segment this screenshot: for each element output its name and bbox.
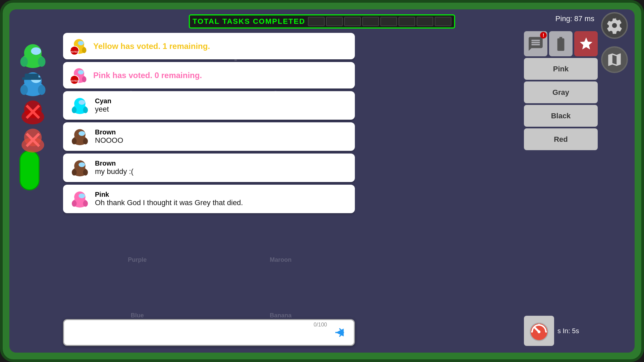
vote-notification-yellow: I VOTED Yellow has voted. 1 remaining. — [63, 33, 355, 59]
task-segment-2 — [326, 17, 343, 26]
svg-rect-11 — [22, 77, 41, 80]
player-icon-dead2 — [16, 127, 56, 154]
brown-chat-text-1: NOOOO — [95, 136, 123, 145]
gear-icon — [606, 17, 623, 34]
chat-icon-button[interactable]: ! — [524, 31, 547, 56]
svg-point-22 — [78, 41, 84, 45]
svg-point-32 — [78, 100, 85, 105]
left-player-panel — [16, 43, 60, 154]
svg-point-39 — [83, 138, 88, 144]
player-name-gray: Gray — [552, 88, 569, 97]
battery-icon-button[interactable] — [549, 31, 573, 56]
brown-chat-name-1: Brown — [95, 128, 123, 136]
task-segment-8 — [435, 17, 451, 26]
chat-message-brown-2: Brown my buddy :( — [63, 154, 355, 182]
chat-message-brown-1: Brown NOOOO — [63, 122, 355, 151]
player-entry-pink: Pink — [524, 58, 598, 80]
task-segment-7 — [417, 17, 433, 26]
task-segment-1 — [308, 17, 325, 26]
svg-point-2 — [31, 47, 41, 55]
task-segment-5 — [380, 17, 397, 26]
cyan-chat-text: yeet — [95, 105, 111, 114]
speedometer-icon — [527, 319, 551, 343]
vote-notification-pink: I VOTED Pink has voted. 0 remaining. — [63, 62, 355, 88]
voted-badge-pink: I VOTED — [70, 75, 79, 84]
task-bar-container: TOTAL TASKS COMPLETED — [189, 14, 455, 28]
svg-marker-50 — [336, 328, 343, 336]
settings-button[interactable] — [601, 12, 628, 39]
svg-point-44 — [83, 169, 88, 175]
svg-point-33 — [72, 107, 76, 113]
svg-point-24 — [82, 47, 86, 53]
alert-icon — [579, 36, 594, 51]
svg-point-52 — [538, 330, 541, 334]
chat-message-cyan: Cyan yeet — [63, 91, 355, 120]
cyan-chat-name: Cyan — [95, 97, 111, 105]
send-arrow-icon — [333, 326, 346, 339]
player-entry-black: Black — [524, 105, 598, 127]
right-panel: ! Pink Gray — [524, 31, 598, 152]
svg-point-43 — [72, 169, 76, 175]
task-segment-6 — [398, 17, 415, 26]
svg-point-34 — [83, 107, 88, 113]
chat-message-pink: Pink Oh thank God I thought it was Grey … — [63, 185, 355, 213]
brown-chat-text-2: my buddy :( — [95, 167, 133, 176]
task-bar-label: TOTAL TASKS COMPLETED — [193, 17, 305, 26]
svg-point-4 — [38, 57, 46, 67]
player-entry-gray: Gray — [524, 81, 598, 103]
chat-input-area: 0/100 — [63, 319, 355, 346]
brown-chat-content-1: Brown NOOOO — [95, 128, 123, 145]
timer-icon-button[interactable] — [524, 316, 554, 346]
emergency-icon: ! — [540, 32, 547, 39]
ping-display: Ping: 87 ms — [555, 14, 594, 23]
svg-point-27 — [78, 70, 84, 74]
timer-text: s In: 5s — [557, 327, 579, 335]
pink-avatar: I VOTED — [70, 66, 88, 84]
player-name-black: Black — [551, 112, 571, 120]
yellow-avatar: I VOTED — [70, 37, 88, 55]
bottom-right-area: s In: 5s — [524, 316, 598, 346]
pink-chat-content: Pink Oh thank God I thought it was Grey … — [95, 191, 243, 207]
right-top-icons: ! — [524, 31, 598, 56]
task-bar-hud: TOTAL TASKS COMPLETED — [189, 14, 455, 28]
chat-messages-list: I VOTED Yellow has voted. 1 remaining. — [63, 31, 355, 346]
green-side-button[interactable] — [19, 150, 40, 190]
battery-icon — [552, 36, 569, 52]
svg-point-29 — [82, 76, 86, 82]
svg-point-13 — [24, 101, 42, 118]
tablet-frame: Who is the impostor? Green Cyan Lime Yel… — [0, 0, 644, 362]
cyan-chat-avatar — [70, 96, 90, 116]
chat-overlay: I VOTED Yellow has voted. 1 remaining. — [63, 31, 355, 346]
vote-text-pink: Pink has voted. 0 remaining. — [93, 71, 202, 80]
pink-chat-name: Pink — [95, 191, 243, 198]
brown-chat-avatar-1 — [70, 127, 90, 147]
alert-icon-button[interactable] — [574, 31, 598, 56]
game-background: Who is the impostor? Green Cyan Lime Yel… — [9, 9, 635, 353]
char-count: 0/100 — [314, 322, 327, 328]
svg-point-37 — [78, 131, 85, 136]
brown-chat-content-2: Brown my buddy :( — [95, 160, 133, 176]
svg-point-48 — [72, 200, 76, 206]
vote-text-yellow: Yellow has voted. 1 remaining. — [93, 42, 210, 51]
player-icon-dead — [16, 99, 56, 126]
send-button[interactable] — [330, 323, 349, 342]
svg-point-38 — [72, 138, 76, 144]
player-icon-green — [16, 43, 56, 70]
map-button[interactable] — [601, 46, 628, 73]
svg-point-17 — [24, 129, 42, 146]
svg-point-42 — [78, 162, 85, 167]
task-segment-3 — [344, 17, 361, 26]
voted-badge-yellow: I VOTED — [70, 46, 79, 55]
task-segments — [308, 17, 451, 26]
svg-point-3 — [20, 57, 28, 67]
pink-chat-text: Oh thank God I thought it was Grey that … — [95, 198, 243, 207]
player-name-pink: Pink — [553, 65, 569, 73]
pink-chat-avatar — [70, 189, 90, 209]
brown-chat-avatar-2 — [70, 158, 90, 178]
svg-point-47 — [78, 193, 85, 198]
timer-display: s In: 5s — [557, 327, 579, 335]
chat-input-field[interactable] — [69, 328, 330, 337]
player-name-red: Red — [554, 135, 568, 144]
svg-point-49 — [83, 200, 88, 206]
svg-point-8 — [20, 85, 28, 95]
